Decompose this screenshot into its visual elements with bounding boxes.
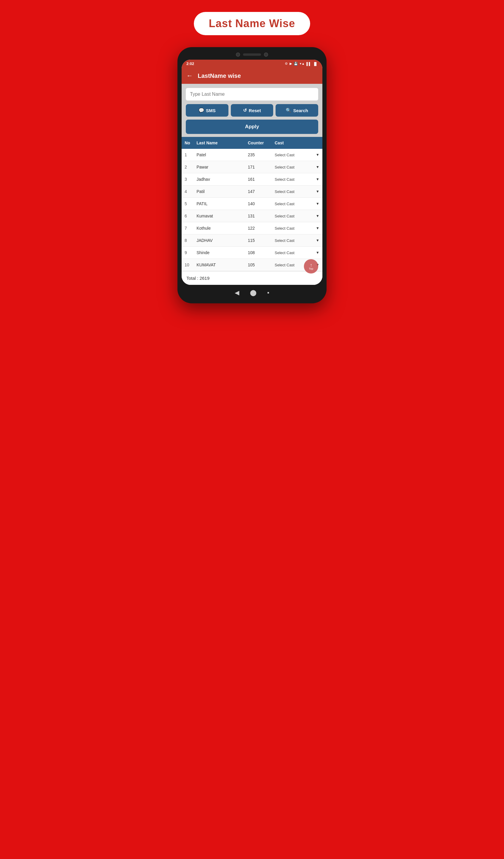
total-bar: Total : 2619	[182, 271, 322, 285]
cell-no-2: 3	[185, 177, 197, 182]
cast-select-2[interactable]: Select Cast ▼	[275, 177, 319, 182]
fab-top-label: Top	[309, 268, 314, 270]
search-input-wrapper	[186, 88, 318, 101]
cell-lastname-0: Patel	[197, 152, 248, 157]
search-section: 💬 SMS ↺ Reset 🔍 Search Apply	[182, 84, 322, 137]
camera-cutout-2	[264, 52, 268, 57]
cast-value-8: Select Cast	[275, 251, 294, 255]
cell-counter-5: 131	[248, 213, 275, 218]
wifi-icon: ▾▲	[300, 62, 305, 65]
table-row: 10 KUMAVAT 105 Select Cast ▼	[182, 259, 322, 271]
col-lastname: Last Name	[197, 140, 248, 145]
cast-value-6: Select Cast	[275, 226, 294, 230]
table-header: No Last Name Counter Cast	[182, 137, 322, 149]
cell-lastname-5: Kumavat	[197, 213, 248, 218]
cell-no-0: 1	[185, 152, 197, 157]
play-icon: ▶	[290, 62, 292, 65]
table-row: 4 Patil 147 Select Cast ▼	[182, 185, 322, 198]
nav-home-button[interactable]: ⬤	[250, 289, 257, 296]
cast-dropdown-arrow-1: ▼	[316, 165, 319, 169]
cast-dropdown-arrow-3: ▼	[316, 190, 319, 194]
cast-value-9: Select Cast	[275, 263, 294, 267]
cast-dropdown-arrow-0: ▼	[316, 153, 319, 157]
phone-screen: 2:02 ⚙ ▶ 💾 ▾▲ ▌▌ ▐▌ ← LastName wise	[182, 60, 322, 285]
cast-select-0[interactable]: Select Cast ▼	[275, 153, 319, 157]
table-body: 1 Patel 235 Select Cast ▼ 2 Pawar 171 Se…	[182, 149, 322, 271]
back-button[interactable]: ←	[186, 72, 193, 80]
cell-lastname-2: Jadhav	[197, 177, 248, 182]
table-row: 6 Kumavat 131 Select Cast ▼	[182, 210, 322, 222]
cell-counter-0: 235	[248, 152, 275, 157]
cell-lastname-8: Shinde	[197, 250, 248, 255]
fab-top-arrow-icon: ↑	[310, 263, 312, 268]
cast-dropdown-arrow-8: ▼	[316, 251, 319, 255]
lastname-search-input[interactable]	[190, 92, 314, 97]
cast-value-1: Select Cast	[275, 165, 294, 169]
status-time: 2:02	[186, 61, 194, 66]
reset-label: Reset	[249, 108, 261, 113]
status-bar: 2:02 ⚙ ▶ 💾 ▾▲ ▌▌ ▐▌	[182, 60, 322, 68]
fab-top-button[interactable]: ↑ Top	[304, 259, 318, 273]
reset-icon: ↺	[243, 108, 247, 113]
col-counter: Counter	[248, 140, 275, 145]
cell-no-7: 8	[185, 238, 197, 243]
page-wrapper: Last Name Wise 2:02 ⚙ ▶ 💾 ▾▲ ▌▌ ▐▌	[178, 12, 326, 303]
cast-dropdown-arrow-4: ▼	[316, 202, 319, 206]
cast-select-6[interactable]: Select Cast ▼	[275, 226, 319, 230]
cast-select-5[interactable]: Select Cast ▼	[275, 214, 319, 218]
nav-recent-button[interactable]: ▪	[267, 289, 269, 296]
table-container: No Last Name Counter Cast 1 Patel 235 Se…	[182, 137, 322, 285]
app-header: ← LastName wise	[182, 68, 322, 84]
cast-value-2: Select Cast	[275, 177, 294, 182]
cell-counter-9: 105	[248, 262, 275, 267]
cast-value-4: Select Cast	[275, 202, 294, 206]
search-icon: 🔍	[286, 108, 291, 113]
cell-lastname-7: JADHAV	[197, 238, 248, 243]
cell-no-9: 10	[185, 262, 197, 267]
cell-no-5: 6	[185, 213, 197, 218]
col-cast: Cast	[275, 140, 319, 145]
table-row: 3 Jadhav 161 Select Cast ▼	[182, 173, 322, 185]
save-icon: 💾	[294, 62, 298, 65]
table-row: 8 JADHAV 115 Select Cast ▼	[182, 235, 322, 247]
cell-counter-3: 147	[248, 189, 275, 194]
table-row: 2 Pawar 171 Select Cast ▼	[182, 161, 322, 173]
cast-select-3[interactable]: Select Cast ▼	[275, 190, 319, 194]
phone-bottom-bar: ◀ ⬤ ▪	[182, 285, 322, 297]
sms-button[interactable]: 💬 SMS	[186, 104, 228, 117]
battery-icon: ▐▌	[313, 62, 318, 65]
cell-no-3: 4	[185, 189, 197, 194]
table-row: 1 Patel 235 Select Cast ▼	[182, 149, 322, 161]
total-label: Total : 2619	[186, 275, 210, 281]
cell-counter-2: 161	[248, 177, 275, 182]
sms-label: SMS	[206, 108, 216, 113]
table-row: 9 Shinde 108 Select Cast ▼	[182, 247, 322, 259]
cast-select-7[interactable]: Select Cast ▼	[275, 238, 319, 243]
apply-button[interactable]: Apply	[186, 120, 318, 134]
cell-counter-4: 140	[248, 201, 275, 206]
phone-top-bar	[182, 52, 322, 57]
signal-icon: ▌▌	[307, 62, 311, 65]
cast-select-1[interactable]: Select Cast ▼	[275, 165, 319, 169]
cell-no-6: 7	[185, 226, 197, 230]
status-icons: ⚙ ▶ 💾 ▾▲ ▌▌ ▐▌	[285, 62, 318, 65]
reset-button[interactable]: ↺ Reset	[231, 104, 274, 117]
cell-lastname-1: Pawar	[197, 165, 248, 169]
settings-icon: ⚙	[285, 62, 288, 65]
cell-lastname-9: KUMAVAT	[197, 262, 248, 267]
nav-back-button[interactable]: ◀	[235, 289, 239, 296]
cast-select-4[interactable]: Select Cast ▼	[275, 202, 319, 206]
cell-counter-7: 115	[248, 238, 275, 243]
cast-dropdown-arrow-2: ▼	[316, 177, 319, 181]
search-button[interactable]: 🔍 Search	[276, 104, 318, 117]
cast-dropdown-arrow-7: ▼	[316, 238, 319, 242]
cell-no-4: 5	[185, 201, 197, 206]
cast-select-8[interactable]: Select Cast ▼	[275, 251, 319, 255]
col-no: No	[185, 140, 197, 145]
cell-no-8: 9	[185, 250, 197, 255]
cell-lastname-6: Kothule	[197, 226, 248, 230]
table-row: 7 Kothule 122 Select Cast ▼	[182, 222, 322, 235]
cell-counter-8: 108	[248, 250, 275, 255]
cast-value-3: Select Cast	[275, 190, 294, 194]
cast-value-5: Select Cast	[275, 214, 294, 218]
